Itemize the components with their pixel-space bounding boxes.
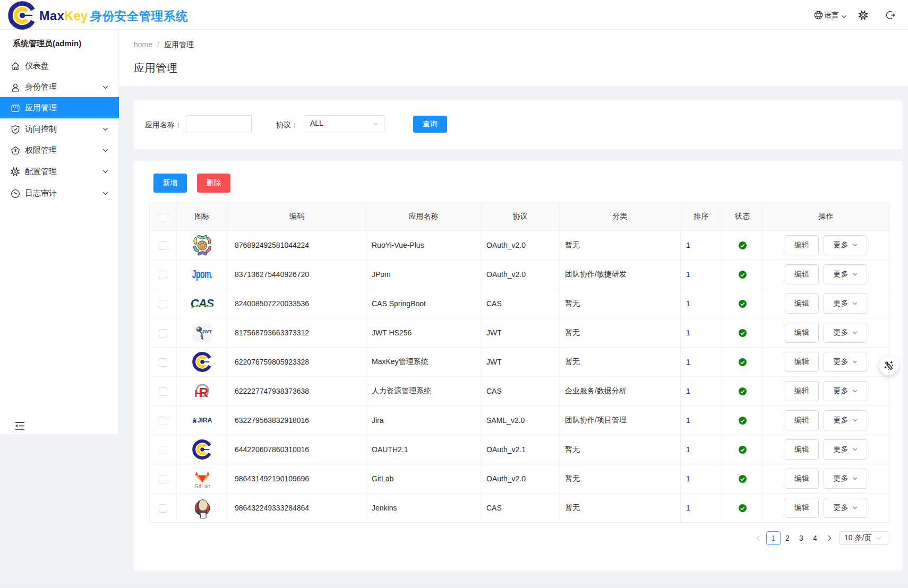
svg-text:R: R [199, 385, 208, 400]
svg-text:JWT: JWT [202, 329, 212, 334]
svg-text:GitLab: GitLab [194, 483, 210, 489]
